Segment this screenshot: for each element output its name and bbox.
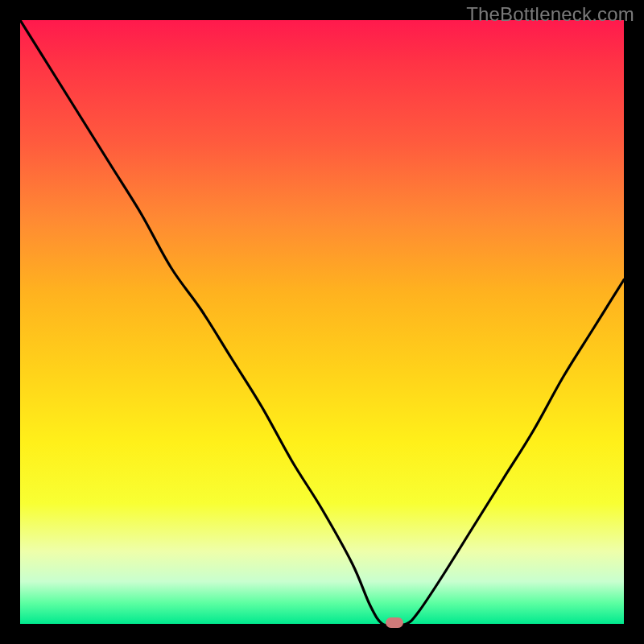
- watermark-text: TheBottleneck.com: [466, 3, 634, 26]
- plot-area: [20, 20, 624, 624]
- minimum-marker: [386, 617, 403, 628]
- bottleneck-curve: [20, 20, 624, 624]
- chart-frame: TheBottleneck.com: [0, 0, 644, 644]
